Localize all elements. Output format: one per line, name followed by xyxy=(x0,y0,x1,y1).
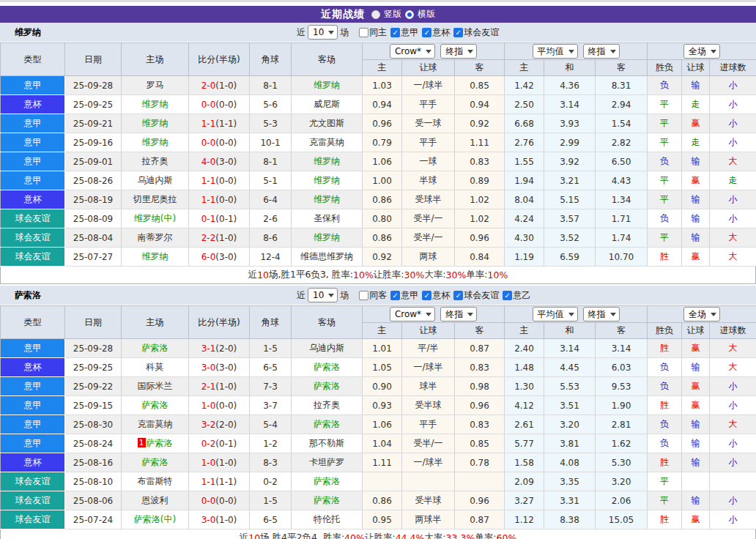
avg-home-odds: 1.94 xyxy=(505,171,544,190)
column-header: 类型 xyxy=(1,43,65,76)
result-handicap: 输 xyxy=(682,434,710,453)
odds-source-select-value: Crow* xyxy=(395,46,421,56)
away-team-name: 维德思维罗纳 xyxy=(300,251,353,261)
odds-source-select[interactable]: Crow* xyxy=(390,307,435,321)
fulltime-score: 6-0 xyxy=(201,252,216,262)
result-outcome: 平 xyxy=(648,228,682,248)
checkbox-unchecked-icon[interactable] xyxy=(359,291,368,300)
odds-stage-select-value: 终指 xyxy=(445,45,463,58)
result-outcome: 胜 xyxy=(648,248,682,267)
result-outcome: 负 xyxy=(648,415,682,434)
avg-away-odds: 1.62 xyxy=(596,434,648,453)
filter-checkbox[interactable]: ✓意杯 xyxy=(422,289,450,302)
checkbox-checked-icon[interactable]: ✓ xyxy=(453,28,463,37)
column-header: 主 xyxy=(363,323,402,339)
fulltime-score: 2-1 xyxy=(201,382,216,392)
match-row: 意杯25-08-16萨索洛1-0(1-0)8-3卡坦萨罗1.11一/球半0.78… xyxy=(1,453,756,472)
avg-home-odds: 4.30 xyxy=(505,228,544,248)
filter-checkbox[interactable]: 同主 xyxy=(359,26,387,39)
score: 1-1(0-0) xyxy=(189,171,250,190)
column-header: 主 xyxy=(505,60,544,76)
score: 3-0(3-0) xyxy=(189,358,250,377)
halftime-score: (1-0) xyxy=(215,81,237,91)
checkbox-checked-icon[interactable]: ✓ xyxy=(503,291,512,300)
matches-table: 类型日期主场比分(半场)角球客场Crow*终指平均值终指全场主让球客主和客胜负让… xyxy=(0,305,756,529)
odds-stage-select[interactable]: 终指 xyxy=(440,44,477,59)
checkbox-unchecked-icon[interactable] xyxy=(359,28,368,37)
filter-checkbox[interactable]: ✓意乙 xyxy=(503,289,530,302)
avg-draw-odds: 8.38 xyxy=(544,510,596,529)
radio-selected-icon[interactable] xyxy=(405,10,414,19)
fulltime-score: 0-0 xyxy=(201,138,216,148)
avg-away-odds: 1.71 xyxy=(596,209,648,228)
match-row: 意甲25-09-01拉齐奥4-0(3-0)8-1维罗纳1.06一球0.831.5… xyxy=(1,152,756,171)
checkbox-checked-icon[interactable]: ✓ xyxy=(422,291,431,300)
column-header: 类型 xyxy=(1,306,65,339)
home-team-name: 拉齐奥 xyxy=(142,156,168,166)
filter-checkbox[interactable]: ✓意甲 xyxy=(390,289,418,302)
away-team-name: 维罗纳 xyxy=(314,156,340,166)
handicap-away-odds: 0.94 xyxy=(455,95,505,114)
avg-stage-select[interactable]: 终指 xyxy=(583,44,620,59)
result-handicap: 输 xyxy=(682,358,710,377)
match-type-badge: 意甲 xyxy=(1,76,65,95)
avg-home-odds: 2.09 xyxy=(505,472,544,491)
handicap-away-odds: 0.78 xyxy=(455,453,505,472)
games-label: 场 xyxy=(340,289,349,302)
checkbox-checked-icon[interactable]: ✓ xyxy=(390,28,400,37)
avg-away-odds: 1.34 xyxy=(596,190,648,209)
match-type-badge: 意甲 xyxy=(1,377,65,396)
filter-checkbox[interactable]: ✓意杯 xyxy=(422,26,450,39)
avg-stage-select[interactable]: 终指 xyxy=(583,307,620,321)
scope-select[interactable]: 全场 xyxy=(683,307,720,321)
match-date: 25-08-10 xyxy=(65,472,122,491)
chevron-down-icon xyxy=(568,50,574,53)
avg-home-odds: 1.30 xyxy=(505,377,544,396)
corner-score: 8-6 xyxy=(250,228,292,248)
column-header: 客 xyxy=(596,323,648,339)
handicap-line: 半球 xyxy=(402,171,455,190)
checkbox-checked-icon[interactable]: ✓ xyxy=(422,28,431,37)
recent-count-select[interactable]: 10 xyxy=(308,25,338,40)
filter-checkbox[interactable]: ✓球会友谊 xyxy=(453,26,499,39)
result-handicap: 赢 xyxy=(682,114,710,133)
halftime-score: (1-0) xyxy=(215,458,237,468)
result-goals: 小 xyxy=(710,133,756,152)
recent-count-select[interactable]: 10 xyxy=(308,288,338,302)
corner-score: 0-2 xyxy=(250,472,292,491)
corner-score: 5-4 xyxy=(250,415,292,434)
result-handicap: 输 xyxy=(682,209,710,228)
fulltime-score: 1-0 xyxy=(201,458,216,468)
scope-select[interactable]: 全场 xyxy=(683,44,720,59)
radio-unselected-icon[interactable] xyxy=(371,10,380,19)
match-type-badge: 球会友谊 xyxy=(1,209,65,228)
handicap-line: 一/球半 xyxy=(402,358,455,377)
handicap-away-odds: 0.83 xyxy=(455,358,505,377)
filter-checkbox-label: 球会友谊 xyxy=(464,26,499,39)
away-team-name: 维罗纳 xyxy=(314,80,340,90)
filter-checkbox[interactable]: ✓意甲 xyxy=(390,26,418,39)
checkbox-checked-icon[interactable]: ✓ xyxy=(390,291,400,300)
avg-source-select[interactable]: 平均值 xyxy=(533,44,578,59)
result-goals: 小 xyxy=(710,377,756,396)
summary-segment: 30% xyxy=(446,270,467,280)
result-handicap: 输 xyxy=(682,152,710,171)
fulltime-score: 3-2 xyxy=(201,420,216,430)
avg-draw-odds: 4.45 xyxy=(544,358,596,377)
avg-source-select[interactable]: 平均值 xyxy=(533,307,578,321)
match-row: 球会友谊25-08-10布雷斯特1-1(1-1)0-2萨索洛2.093.353.… xyxy=(1,472,756,491)
match-type-badge: 意甲 xyxy=(1,171,65,190)
filter-checkbox-label: 球会友谊 xyxy=(464,289,499,302)
filter-checkbox[interactable]: ✓球会友谊 xyxy=(453,289,499,302)
odds-select-group: Crow*终指 xyxy=(363,306,505,323)
filter-checkbox[interactable]: 同客 xyxy=(359,289,387,302)
odds-source-select[interactable]: Crow* xyxy=(390,44,435,59)
match-date: 25-09-16 xyxy=(65,133,122,152)
summary-segment: 30% xyxy=(404,270,425,280)
checkbox-checked-icon[interactable]: ✓ xyxy=(453,291,463,300)
handicap-line: 一/球半 xyxy=(402,76,455,95)
halftime-score: (0-1) xyxy=(215,439,237,449)
summary-segment: 单率: xyxy=(466,269,487,281)
odds-stage-select[interactable]: 终指 xyxy=(440,307,477,321)
recent-label: 近 xyxy=(297,26,305,39)
